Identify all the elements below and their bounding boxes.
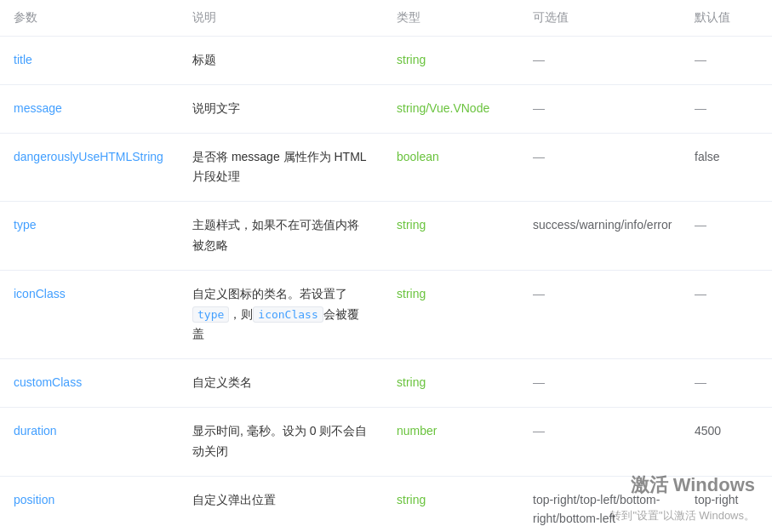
table-row: type主题样式，如果不在可选值内将被忽略stringsuccess/warni… <box>0 202 772 271</box>
param-description: 自定义弹出位置 <box>179 476 383 532</box>
param-default: top-right <box>681 476 772 532</box>
param-options: — <box>519 270 681 358</box>
param-default: — <box>681 37 772 85</box>
param-options: success/warning/info/error <box>519 202 681 271</box>
header-description: 说明 <box>179 0 383 37</box>
param-type: string <box>383 202 519 271</box>
param-options: — <box>519 84 681 133</box>
param-options: top-right/top-left/bottom-right/bottom-l… <box>519 476 681 532</box>
param-default: — <box>681 359 772 408</box>
param-default: — <box>681 202 772 271</box>
param-name: customClass <box>0 359 179 408</box>
param-name: dangerouslyUseHTMLString <box>0 133 179 202</box>
table-row: iconClass自定义图标的类名。若设置了type，则iconClass会被覆… <box>0 270 772 358</box>
header-options: 可选值 <box>519 0 681 37</box>
param-default: — <box>681 84 772 133</box>
param-description: 自定义图标的类名。若设置了type，则iconClass会被覆盖 <box>179 270 383 358</box>
table-row: position自定义弹出位置stringtop-right/top-left/… <box>0 476 772 532</box>
param-options: — <box>519 359 681 408</box>
param-name: duration <box>0 407 179 476</box>
param-options: — <box>519 407 681 476</box>
table-row: message说明文字string/Vue.VNode—— <box>0 84 772 133</box>
param-default: false <box>681 133 772 202</box>
header-param: 参数 <box>0 0 179 37</box>
param-default: — <box>681 270 772 358</box>
header-default: 默认值 <box>681 0 772 37</box>
param-description: 说明文字 <box>179 84 383 133</box>
api-table: 参数 说明 类型 可选值 默认值 title标题string——message说… <box>0 0 772 532</box>
param-name: title <box>0 37 179 85</box>
param-type: string <box>383 359 519 408</box>
param-description: 是否将 message 属性作为 HTML 片段处理 <box>179 133 383 202</box>
table-row: dangerouslyUseHTMLString是否将 message 属性作为… <box>0 133 772 202</box>
param-type: string <box>383 270 519 358</box>
param-type: string/Vue.VNode <box>383 84 519 133</box>
param-description: 自定义类名 <box>179 359 383 408</box>
param-name: message <box>0 84 179 133</box>
param-options: — <box>519 133 681 202</box>
param-name: type <box>0 202 179 271</box>
table-header-row: 参数 说明 类型 可选值 默认值 <box>0 0 772 37</box>
table-row: duration显示时间, 毫秒。设为 0 则不会自动关闭number—4500 <box>0 407 772 476</box>
header-type: 类型 <box>383 0 519 37</box>
param-description: 标题 <box>179 37 383 85</box>
param-description: 显示时间, 毫秒。设为 0 则不会自动关闭 <box>179 407 383 476</box>
param-description: 主题样式，如果不在可选值内将被忽略 <box>179 202 383 271</box>
table-row: title标题string—— <box>0 37 772 85</box>
table-row: customClass自定义类名string—— <box>0 359 772 408</box>
param-type: number <box>383 407 519 476</box>
param-name: iconClass <box>0 270 179 358</box>
param-type: string <box>383 476 519 532</box>
param-options: — <box>519 37 681 85</box>
param-name: position <box>0 476 179 532</box>
param-default: 4500 <box>681 407 772 476</box>
param-type: string <box>383 37 519 85</box>
param-type: boolean <box>383 133 519 202</box>
